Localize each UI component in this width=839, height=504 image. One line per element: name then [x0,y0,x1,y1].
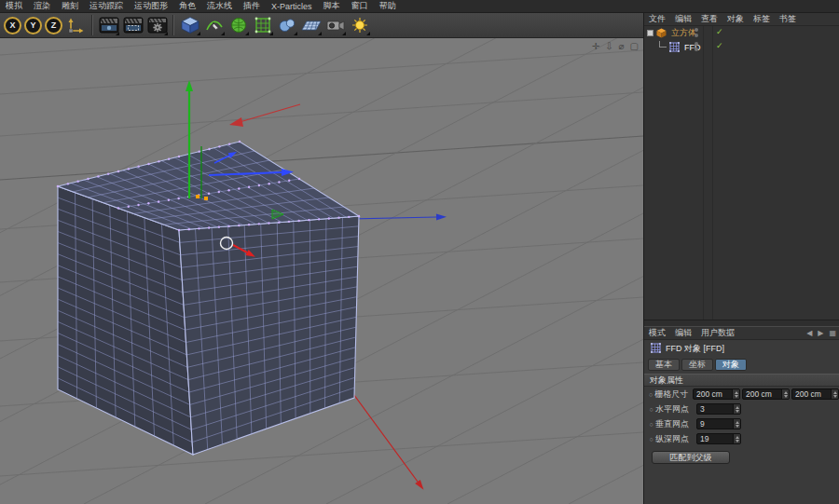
attribute-title: FFD 对象 [FFD] [666,343,724,355]
attribute-manager: 模式编辑用户数据◀▶▦ FFD 对象 [FFD] 基本坐标对象 对象属性 ○栅格… [644,327,839,504]
floor-icon[interactable] [299,14,323,36]
axis-z-lock-button[interactable]: Z [45,17,62,34]
field-value[interactable]: 200 cm [694,389,732,399]
object-manager[interactable]: 立方体✓FFD✓ [644,26,839,320]
stepper[interactable] [831,389,838,399]
menubar-item[interactable]: 脚本 [318,0,346,12]
attribute-tab[interactable]: 基本 [648,359,680,371]
menubar-item[interactable]: 运动跟踪 [84,0,129,12]
deformer-icon[interactable] [251,14,274,36]
panel-menu-item[interactable]: 标签 [749,13,775,25]
number-field[interactable]: 200 cm [791,388,839,400]
panel-menu-item[interactable]: 对象 [722,13,749,25]
panel-menu-item[interactable]: 用户数据 [696,327,739,339]
keyframe-dot[interactable]: ○ [647,421,655,428]
primitive-cube-icon[interactable] [178,14,201,36]
volume-icon[interactable] [275,14,298,36]
menubar-item[interactable]: 模拟 [0,0,28,12]
panel-layout-icon[interactable]: ▦ [826,329,839,337]
keyframe-dot[interactable]: ○ [647,406,655,413]
expand-toggle[interactable] [647,30,653,36]
field-value[interactable]: 19 [697,434,733,443]
object-row[interactable]: FFD✓ [644,40,839,54]
axis-y-label: Y [30,20,35,30]
scene-canvas [0,38,643,504]
render-region-icon[interactable] [121,14,144,36]
render-settings-icon[interactable] [145,14,169,36]
pan-view-icon[interactable]: ✛ [592,41,599,52]
object-manager-menu: 文件编辑查看对象标签书签 [644,13,839,26]
toolbar-separator [172,15,174,35]
stepper[interactable] [733,404,740,414]
object-row[interactable]: 立方体✓ [644,26,839,40]
dolly-view-icon[interactable]: ⇩ [605,41,612,52]
camera-icon[interactable] [323,14,347,36]
main-toolbar: X Y Z [0,13,643,38]
toolbar-separator [91,15,93,35]
light-icon[interactable] [348,14,371,36]
axis-y-lock-button[interactable]: Y [24,17,42,34]
attribute-row: ○纵深网点19 [644,431,839,446]
attribute-row: ○垂直网点9 [644,416,839,431]
menubar-item[interactable]: 角色 [173,0,201,12]
stepper[interactable] [781,389,789,399]
ffd-object-icon[interactable] [669,42,681,53]
panel-divider[interactable] [644,320,839,327]
axis-x-lock-button[interactable]: X [4,17,21,34]
menubar-item[interactable]: X-Particles [266,2,318,11]
viewport[interactable]: ✛⇩⌀▢ [0,38,643,504]
cinema4d-window: 模拟渲染雕刻运动跟踪运动图形角色流水线插件X-Particles脚本窗口帮助 X… [0,0,839,504]
stepper[interactable] [732,389,739,399]
column-separator [703,26,704,320]
attribute-tab[interactable]: 对象 [715,359,747,371]
panel-menu-item[interactable]: 书签 [775,13,801,25]
panel-menu-item[interactable]: 模式 [644,327,670,339]
attribute-label: 垂直网点 [655,418,696,430]
menubar-item[interactable]: 渲染 [28,0,56,12]
attribute-tab[interactable]: 坐标 [681,359,713,371]
enable-check-tag[interactable]: ✓ [716,27,723,36]
number-field[interactable]: 200 cm [742,388,790,400]
panel-menu-item[interactable]: 编辑 [670,13,696,25]
field-group: 200 cm200 cm200 cm [693,388,839,400]
menubar-item[interactable]: 运动图形 [129,0,173,12]
render-view-icon[interactable] [97,14,120,36]
visibility-dots[interactable] [695,28,698,37]
right-panel: 文件编辑查看对象标签书签 立方体✓FFD✓ 模式编辑用户数据◀▶▦ FFD 对象… [643,13,839,504]
number-field[interactable]: 19 [696,433,741,444]
panel-menu-item[interactable]: 编辑 [670,327,696,339]
history-forward-icon[interactable]: ▶ [815,329,826,337]
cube-object-icon[interactable] [656,28,667,39]
panel-menu-item[interactable]: 查看 [696,13,722,25]
enable-check-tag[interactable]: ✓ [716,41,723,50]
menubar-item[interactable]: 帮助 [374,0,402,12]
number-field[interactable]: 3 [696,403,741,415]
keyframe-dot[interactable]: ○ [647,436,655,443]
subdivision-surface-icon[interactable] [227,14,250,36]
attribute-label: 水平网点 [655,403,696,415]
stepper[interactable] [733,434,740,443]
object-label[interactable]: 立方体 [671,27,696,39]
number-field[interactable]: 9 [696,418,741,429]
section-header[interactable]: 对象属性 [644,374,839,387]
number-field[interactable]: 200 cm [693,388,740,400]
panel-menu-item[interactable]: 文件 [644,13,670,25]
field-value[interactable]: 200 cm [792,389,831,399]
menubar-item[interactable]: 插件 [238,0,266,12]
toggle-view-icon[interactable]: ▢ [630,41,639,52]
menubar-item[interactable]: 窗口 [346,0,374,12]
field-value[interactable]: 3 [697,404,733,414]
rotate-view-icon[interactable]: ⌀ [619,41,625,52]
spline-pen-icon[interactable] [202,14,226,36]
visibility-dots[interactable] [695,42,698,51]
main-menubar: 模拟渲染雕刻运动跟踪运动图形角色流水线插件X-Particles脚本窗口帮助 [0,0,839,13]
match-to-parent-button[interactable]: 匹配到父级 [652,451,730,464]
field-value[interactable]: 200 cm [743,389,781,399]
menubar-item[interactable]: 流水线 [201,0,238,12]
menubar-item[interactable]: 雕刻 [56,0,84,12]
stepper[interactable] [733,419,740,429]
coordinate-system-icon[interactable] [64,14,88,36]
attribute-title-row: FFD 对象 [FFD] [644,340,839,357]
history-back-icon[interactable]: ◀ [804,329,815,337]
field-value[interactable]: 9 [697,419,733,429]
